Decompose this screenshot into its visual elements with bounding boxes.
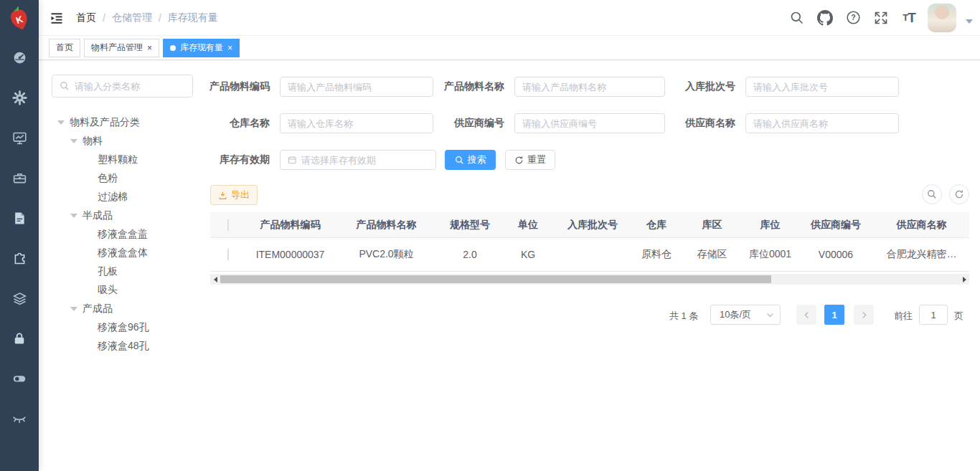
active-dot <box>170 45 176 51</box>
tree-node-finished[interactable]: 产成品 <box>46 300 207 318</box>
close-icon[interactable]: × <box>147 44 152 52</box>
app-logo[interactable]: K <box>0 0 39 36</box>
app-sidebar: K <box>0 0 39 471</box>
tab-material-product[interactable]: 物料产品管理 × <box>84 39 159 57</box>
sidebar-collapse-button[interactable] <box>49 10 65 26</box>
refresh-icon <box>514 156 524 165</box>
export-button[interactable]: 导出 <box>210 185 258 205</box>
item-code-input[interactable] <box>288 82 425 92</box>
table-horizontal-scrollbar[interactable] <box>210 274 969 285</box>
tree-node-label: 物料及产品分类 <box>70 116 140 129</box>
eye-closed-icon <box>11 411 27 429</box>
fullscreen-icon[interactable] <box>872 9 890 27</box>
caret-down-icon[interactable] <box>70 139 77 143</box>
col-warehouse: 仓库 <box>631 219 682 232</box>
sidebar-item-document[interactable] <box>0 199 39 239</box>
cell-supplier-name: 合肥龙兴精密… <box>874 248 969 261</box>
tab-home[interactable]: 首页 <box>49 39 80 57</box>
sidebar-item-toolbox[interactable] <box>0 159 39 199</box>
github-icon[interactable] <box>816 9 834 27</box>
goto-page-input[interactable] <box>919 305 948 325</box>
tree-node-tip[interactable]: 吸头 <box>46 281 207 300</box>
search-icon <box>455 156 464 165</box>
tree-node-box-body[interactable]: 移液盒盒体 <box>46 244 207 262</box>
batch-no-input[interactable] <box>753 82 891 92</box>
indent-collapse-icon <box>50 11 64 25</box>
warehouse-name-input[interactable] <box>288 118 425 129</box>
tree-node-label: 塑料颗粒 <box>98 153 138 166</box>
sidebar-item-toggle[interactable] <box>0 360 39 400</box>
col-unit: 单位 <box>502 219 554 232</box>
show-search-toggle-button[interactable] <box>922 184 942 204</box>
refresh-table-button[interactable] <box>949 184 969 204</box>
breadcrumb-separator: / <box>159 12 161 24</box>
search-button[interactable]: 搜索 <box>445 150 496 170</box>
col-spec: 规格型号 <box>438 219 502 232</box>
sidebar-item-monitor[interactable] <box>0 119 39 159</box>
search-icon <box>60 81 70 91</box>
tree-node-plastic-pellet[interactable]: 塑料颗粒 <box>46 151 207 169</box>
filter-batch-no: 入库批次号 <box>664 77 899 97</box>
scrollbar-thumb[interactable] <box>220 275 771 283</box>
tree-node-box-lid[interactable]: 移液盒盒盖 <box>46 225 207 244</box>
row-checkbox[interactable] <box>227 249 229 260</box>
close-icon[interactable]: × <box>227 44 232 52</box>
sidebar-item-layers[interactable] <box>0 280 39 320</box>
search-icon[interactable] <box>788 9 806 27</box>
tree-node-filter-cotton[interactable]: 过滤棉 <box>46 188 207 206</box>
sidebar-item-eye[interactable] <box>0 400 39 440</box>
reset-button[interactable]: 重置 <box>505 150 555 170</box>
select-all-checkbox[interactable] <box>227 219 229 231</box>
chevron-right-icon <box>860 311 868 319</box>
tree-node-label: 色粉 <box>98 172 118 185</box>
current-page-button[interactable]: 1 <box>824 305 844 325</box>
table-row[interactable]: ITEM00000037 PVC2.0颗粒 2.0 KG 原料仓 存储区 库位0… <box>210 238 969 272</box>
tree-node-box-48[interactable]: 移液盒48孔 <box>46 337 207 356</box>
lock-icon <box>12 331 27 349</box>
expiry-date-input[interactable] <box>301 155 428 166</box>
sidebar-item-lock[interactable] <box>0 320 39 360</box>
category-search-input[interactable] <box>75 81 185 92</box>
help-icon[interactable]: ? <box>844 9 862 27</box>
tree-node-box-96[interactable]: 移液盒96孔 <box>46 318 207 337</box>
col-batch-no: 入库批次号 <box>554 219 631 232</box>
tree-node-material[interactable]: 物料 <box>46 132 207 151</box>
caret-down-icon[interactable] <box>70 214 77 218</box>
scroll-right-arrow-icon[interactable] <box>959 274 969 285</box>
next-page-button[interactable] <box>854 305 874 325</box>
tree-node-well-plate[interactable]: 孔板 <box>46 262 207 281</box>
sidebar-item-plugin[interactable] <box>0 239 39 280</box>
tree-node-pigment[interactable]: 色粉 <box>46 169 207 188</box>
filter-expiry-date: 库存有效期 <box>198 150 436 170</box>
page-size-select[interactable]: 10条/页 <box>710 305 781 325</box>
top-navbar: 首页 / 仓储管理 / 库存现有量 ? TT <box>39 0 980 36</box>
tree-node-root[interactable]: 物料及产品分类 <box>46 113 207 132</box>
sidebar-item-dashboard[interactable] <box>0 39 39 79</box>
monitor-chart-icon <box>12 130 27 148</box>
cell-item-name: PVC2.0颗粒 <box>335 248 438 261</box>
breadcrumb-warehouse: 仓储管理 <box>112 11 152 24</box>
toolbox-icon <box>12 171 27 189</box>
caret-down-icon[interactable] <box>966 19 973 24</box>
tab-inventory-onhand[interactable]: 库存现有量 × <box>163 39 240 57</box>
breadcrumb-home[interactable]: 首页 <box>76 11 96 24</box>
caret-down-icon[interactable] <box>70 307 77 311</box>
supplier-code-input[interactable] <box>522 118 657 129</box>
calendar-icon <box>288 155 297 165</box>
col-item-code: 产品物料编码 <box>245 219 335 232</box>
col-item-name: 产品物料名称 <box>335 219 438 232</box>
supplier-name-input[interactable] <box>753 118 891 129</box>
tree-node-label: 移液盒96孔 <box>98 321 149 334</box>
caret-down-icon[interactable] <box>57 120 65 125</box>
item-name-input[interactable] <box>522 82 657 92</box>
dashboard-icon <box>12 50 27 68</box>
user-avatar[interactable] <box>928 4 956 32</box>
font-size-icon[interactable]: TT <box>900 9 918 27</box>
tree-node-label: 移液盒盒体 <box>98 247 148 260</box>
prev-page-button[interactable] <box>796 305 816 325</box>
tree-node-semi-finished[interactable]: 半成品 <box>46 206 207 225</box>
filter-warehouse-name: 仓库名称 <box>198 113 433 133</box>
scroll-left-arrow-icon[interactable] <box>210 274 220 285</box>
filter-item-code: 产品物料编码 <box>198 77 433 97</box>
sidebar-item-settings[interactable] <box>0 79 39 119</box>
